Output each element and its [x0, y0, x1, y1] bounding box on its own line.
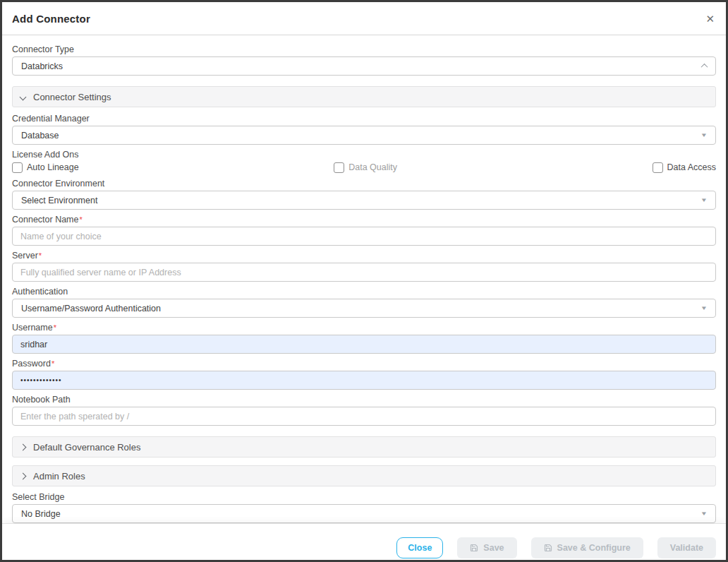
dropdown-caret-icon: ▼: [700, 197, 708, 203]
checkbox-icon[interactable]: [12, 162, 23, 173]
checkbox-data-access[interactable]: Data Access: [653, 162, 716, 173]
checkbox-icon[interactable]: [334, 162, 344, 173]
username-label: Username*: [12, 323, 716, 333]
chevron-up-icon: [701, 64, 708, 71]
validate-button[interactable]: Validate: [657, 537, 716, 558]
section-connector-settings[interactable]: Connector Settings: [12, 86, 716, 107]
section-label-default-governance-roles: Default Governance Roles: [33, 442, 140, 453]
credential-manager-select[interactable]: Database ▼: [12, 126, 716, 145]
connector-name-input[interactable]: [12, 227, 716, 246]
connector-type-label: Connector Type: [12, 44, 716, 55]
notebook-path-label: Notebook Path: [12, 395, 716, 405]
authentication-select[interactable]: Username/Password Authentication ▼: [12, 299, 716, 318]
save-button[interactable]: Save: [457, 537, 516, 558]
close-button[interactable]: Close: [396, 537, 443, 558]
save-configure-button-label: Save & Configure: [557, 543, 631, 553]
save-icon: [470, 544, 478, 552]
section-label-connector-settings: Connector Settings: [33, 92, 111, 102]
server-label: Server*: [12, 251, 716, 261]
authentication-label: Authentication: [12, 287, 716, 297]
checkbox-auto-lineage[interactable]: Auto Lineage: [12, 162, 79, 173]
required-asterisk: *: [54, 323, 56, 332]
section-default-governance-roles[interactable]: Default Governance Roles: [12, 436, 716, 458]
connector-type-value: Databricks: [21, 61, 63, 71]
add-connector-modal: Add Connector ✕ Connector Type Databrick…: [0, 0, 728, 562]
credential-manager-value: Database: [21, 131, 59, 140]
credential-manager-label: Credential Manager: [12, 114, 716, 124]
license-add-ons-row: Auto Lineage Data Quality Data Access: [12, 161, 716, 174]
modal-body: Connector Type Databricks Connector Sett…: [2, 35, 726, 523]
required-asterisk: *: [39, 251, 42, 260]
select-bridge-value: No Bridge: [21, 509, 61, 519]
password-label: Password*: [12, 359, 716, 369]
connector-type-select[interactable]: Databricks: [12, 56, 716, 76]
connector-name-label: Connector Name*: [12, 215, 716, 225]
required-asterisk: *: [80, 215, 83, 224]
select-bridge-select[interactable]: No Bridge ▼: [12, 504, 716, 523]
chevron-right-icon: [20, 443, 27, 450]
chevron-right-icon: [20, 472, 27, 479]
modal-footer: Close Save Save & Configure Validate: [2, 523, 726, 562]
label-text: Username: [12, 323, 53, 333]
connector-environment-label: Connector Environment: [12, 179, 716, 189]
save-icon: [544, 544, 552, 552]
label-text: Password: [12, 359, 51, 369]
license-add-ons-label: License Add Ons: [12, 150, 716, 160]
username-input[interactable]: [12, 335, 716, 354]
label-text: Server: [12, 251, 38, 261]
connector-environment-select[interactable]: Select Environment ▼: [12, 191, 716, 210]
checkbox-label: Data Access: [667, 162, 716, 172]
required-asterisk: *: [51, 359, 54, 368]
select-bridge-label: Select Bridge: [12, 492, 716, 503]
save-button-label: Save: [483, 543, 504, 553]
close-icon[interactable]: ✕: [705, 13, 715, 24]
server-input[interactable]: [12, 263, 716, 282]
checkbox-data-quality[interactable]: Data Quality: [334, 162, 397, 173]
password-input[interactable]: [12, 371, 716, 390]
dropdown-caret-icon: ▼: [700, 132, 708, 138]
label-text: Connector Name: [12, 215, 79, 225]
modal-header: Add Connector ✕: [2, 2, 726, 35]
checkbox-label: Data Quality: [348, 162, 397, 172]
authentication-value: Username/Password Authentication: [21, 304, 161, 313]
save-configure-button[interactable]: Save & Configure: [531, 537, 643, 558]
dropdown-caret-icon: ▼: [700, 510, 708, 517]
chevron-down-icon: [20, 93, 27, 100]
checkbox-icon[interactable]: [653, 162, 663, 173]
connector-environment-value: Select Environment: [21, 196, 97, 205]
section-label-admin-roles: Admin Roles: [33, 471, 85, 482]
notebook-path-input[interactable]: [12, 407, 716, 426]
modal-title: Add Connector: [12, 13, 90, 25]
dropdown-caret-icon: ▼: [700, 305, 708, 311]
section-admin-roles[interactable]: Admin Roles: [12, 465, 716, 486]
checkbox-label: Auto Lineage: [27, 162, 79, 172]
